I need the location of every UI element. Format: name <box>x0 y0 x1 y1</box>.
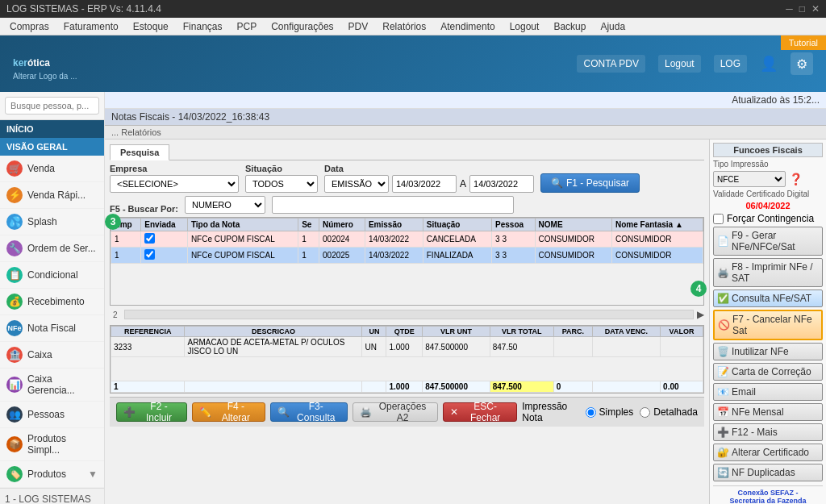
forcar-contingencia-check[interactable]: Forçar Contingencia <box>713 213 823 224</box>
sidebar-item-splash[interactable]: 💦 Splash <box>0 209 104 235</box>
menu-pdv[interactable]: PDV <box>342 19 375 34</box>
help-icon[interactable]: ❓ <box>789 173 803 185</box>
email-button[interactable]: 📧 Email <box>713 383 823 401</box>
esc-fechar-button[interactable]: ✕ ESC-Fechar <box>443 402 517 422</box>
menu-compras[interactable]: Compras <box>3 19 56 34</box>
menu-pcp[interactable]: PCP <box>230 19 263 34</box>
sidebar-item-caixa[interactable]: 🏦 Caixa <box>0 342 104 369</box>
maximize-icon[interactable]: □ <box>799 3 805 15</box>
data-tipo-select[interactable]: EMISSÃO <box>324 175 389 193</box>
nfe-mensal-label: NFe Mensal <box>732 406 784 418</box>
conta-pdv-btn[interactable]: CONTA PDV <box>577 55 645 73</box>
sidebar-item-venda[interactable]: 🛒 Venda <box>0 156 104 182</box>
conexao-section: Conexão SEFAZ - Secretaria da Fazenda HO… <box>713 485 823 504</box>
logo-area: kerótica Alterar Logo da ... <box>13 48 77 81</box>
conexao-title[interactable]: Conexão SEFAZ - Secretaria da Fazenda <box>713 489 823 504</box>
f7-cancelar-button[interactable]: 🚫 F7 - Cancelar NFe Sat <box>713 310 823 340</box>
nfce-select[interactable]: NFCE <box>713 171 786 187</box>
f4-alterar-button[interactable]: ✏️ F4 - Alterar <box>192 402 265 422</box>
menu-configuracoes[interactable]: Configurações <box>265 19 340 34</box>
sidebar-item-ordem[interactable]: 🔧 Ordem de Ser... <box>0 235 104 262</box>
sidebar-item-recebimento[interactable]: 💰 Recebimento <box>0 289 104 315</box>
inutilizar-button[interactable]: 🗑️ Inutilizar NFe <box>713 343 823 360</box>
f9-gerar-button[interactable]: 📄 F9 - Gerar NFe/NFCe/Sat <box>713 227 823 256</box>
search-input[interactable] <box>5 97 99 115</box>
close-icon[interactable]: ✕ <box>811 3 820 15</box>
empresa-group: Empresa <SELECIONE> <box>110 164 239 193</box>
f8-imprimir-button[interactable]: 🖨️ F8 - Imprimir NFe / SAT <box>713 258 823 287</box>
data-ate-input[interactable] <box>469 175 534 193</box>
menu-relatorios[interactable]: Relatórios <box>376 19 432 34</box>
logo: kerótica <box>13 48 50 70</box>
fiscal-panel: Funcoes Fiscais Tipo Impressão NFCE ❓ Va… <box>709 140 826 504</box>
pessoas-icon: 👥 <box>6 406 23 423</box>
menu-financas[interactable]: Finanças <box>177 19 229 34</box>
table-row[interactable]: 1 NFCe CUPOM FISCAL 1 002025 14/03/2022 … <box>111 248 703 264</box>
col-vlr-total: VLR TOTAL <box>490 327 553 337</box>
contingencia-checkbox[interactable] <box>713 214 724 224</box>
user-icon[interactable]: 👤 <box>760 55 778 73</box>
buscar-por-select[interactable]: NUMERO <box>185 196 265 214</box>
minimize-icon[interactable]: ─ <box>786 3 793 15</box>
horizontal-scrollbar[interactable] <box>124 310 694 319</box>
sidebar-item-venda-rapida[interactable]: ⚡ Venda Rápi... <box>0 182 104 209</box>
sidebar-item-produtos-simpl[interactable]: 📦 Produtos Simpl... <box>0 428 104 461</box>
dup-icon: 🔄 <box>717 467 729 478</box>
recebimento-label: Recebimento <box>27 296 85 307</box>
menu-backup[interactable]: Backup <box>547 19 592 34</box>
situacao-select[interactable]: TODOS <box>245 175 318 193</box>
col-nome: NOME <box>535 219 611 231</box>
inicio-header[interactable]: INÍCIO <box>0 120 104 138</box>
nfe-mensal-button[interactable]: 📅 NFe Mensal <box>713 403 823 421</box>
logout-btn[interactable]: Logout <box>658 55 701 73</box>
buscar-por-input[interactable] <box>272 196 514 214</box>
alterar-certificado-button[interactable]: 🔐 Alterar Certificado <box>713 444 823 461</box>
table-row[interactable]: 1 NFCe CUPOM FISCAL 1 002024 14/03/2022 … <box>111 231 703 248</box>
detalhada-radio[interactable] <box>640 407 650 418</box>
col-un: UN <box>362 327 386 337</box>
empresa-select[interactable]: <SELECIONE> <box>110 175 239 193</box>
detalhada-radio-group[interactable]: Detalhada <box>640 406 698 418</box>
form-row-1: Empresa <SELECIONE> Situação TODOS <box>110 164 704 193</box>
simples-label: Simples <box>599 406 634 418</box>
nf-duplicadas-button[interactable]: 🔄 NF Duplicadas <box>713 464 823 481</box>
tutorial-btn[interactable]: Tutorial <box>781 35 826 50</box>
tipo-impressao-label: Tipo Impressão <box>713 160 823 169</box>
sidebar-item-pessoas[interactable]: 👥 Pessoas <box>0 402 104 428</box>
window-controls[interactable]: ─ □ ✕ <box>786 3 820 15</box>
f3-consulta-button[interactable]: 🔍 F3-Consulta <box>270 402 348 422</box>
logo-sub[interactable]: Alterar Logo da ... <box>13 72 77 81</box>
menu-logout[interactable]: Logout <box>503 19 546 34</box>
main-layout: INÍCIO VISÃO GERAL 🛒 Venda ⚡ Venda Rápi.… <box>0 92 826 504</box>
simples-radio-group[interactable]: Simples <box>586 406 634 418</box>
simples-radio[interactable] <box>586 407 596 418</box>
scroll-right-icon[interactable]: ▶ <box>697 309 704 320</box>
tab-pesquisa[interactable]: Pesquisa <box>110 144 169 160</box>
fiscal-title: Funcoes Fiscais <box>713 143 823 157</box>
log-btn[interactable]: LOG <box>714 55 747 73</box>
sidebar-item-caixa-gerencia[interactable]: 📊 Caixa Gerencia... <box>0 369 104 402</box>
inutilizar-label: Inutilizar NFe <box>732 346 789 357</box>
sidebar-item-nota-fiscal[interactable]: NFe Nota Fiscal <box>0 315 104 342</box>
f2-incluir-button[interactable]: ➕ F2 - Incluir <box>116 402 187 422</box>
menu-faturamento[interactable]: Faturamento <box>57 19 125 34</box>
data-de-input[interactable] <box>392 175 457 193</box>
updated-text: Atualizado às 15:2... <box>732 94 820 106</box>
detail-row[interactable]: 3233 ARMACAO DE ACETA-METAL P/ OCULOS JI… <box>111 337 703 357</box>
search-button[interactable]: 🔍 F1 - Pesquisar <box>540 173 640 193</box>
operacoes-button[interactable]: 🖨️ Operações A2 <box>353 402 438 422</box>
visao-geral-header[interactable]: VISÃO GERAL <box>0 138 104 156</box>
menu-ajuda[interactable]: Ajuda <box>594 19 632 34</box>
update-bar: Atualizado às 15:2... <box>105 92 826 109</box>
sidebar-item-produtos[interactable]: 🏷️ Produtos ▼ <box>0 461 104 488</box>
f12-mais-button[interactable]: ➕ F12 - Mais <box>713 423 823 441</box>
f12-label: F12 - Mais <box>732 427 778 438</box>
menu-estoque[interactable]: Estoque <box>127 19 175 34</box>
menu-atendimento[interactable]: Atendimento <box>434 19 501 34</box>
sidebar-item-condicional[interactable]: 📋 Condicional <box>0 262 104 289</box>
email-icon: 📧 <box>717 386 729 398</box>
settings-icon[interactable]: ⚙ <box>791 52 813 75</box>
carta-correcao-button[interactable]: 📝 Carta de Correção <box>713 363 823 381</box>
consulta-nfe-button[interactable]: ✅ Consulta NFe/SAT <box>713 289 823 307</box>
document-window: Notas Fiscais - 14/03/2022_16:38:43 ... … <box>105 109 826 504</box>
